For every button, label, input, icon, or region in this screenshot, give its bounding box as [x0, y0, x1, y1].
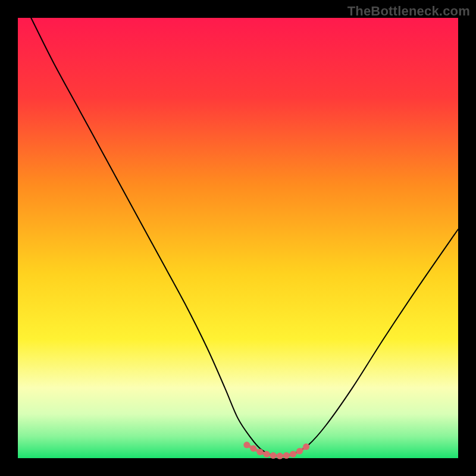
watermark-text: TheBottleneck.com [347, 4, 470, 19]
optimal-point [290, 451, 296, 458]
optimal-point [277, 453, 283, 459]
optimal-point [283, 452, 290, 459]
optimal-point [243, 441, 250, 448]
curve-chart [0, 0, 476, 476]
optimal-point [257, 449, 264, 455]
optimal-point [270, 452, 277, 459]
optimal-point [296, 448, 303, 455]
optimal-point [250, 445, 256, 452]
plot-area [18, 18, 458, 458]
optimal-point [264, 451, 270, 458]
optimal-point [303, 443, 309, 450]
chart-container: TheBottleneck.com [0, 0, 476, 476]
